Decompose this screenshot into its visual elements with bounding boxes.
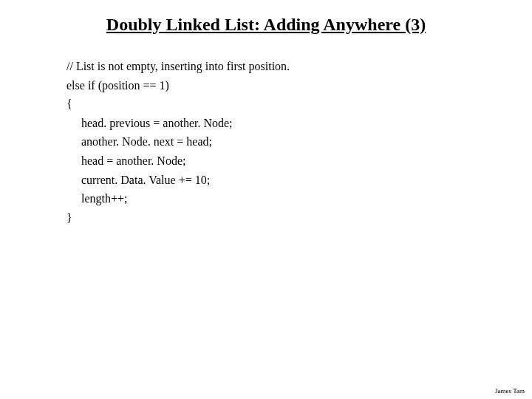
code-line: // List is not empty, inserting into fir… <box>66 57 466 76</box>
code-line: } <box>66 208 466 228</box>
code-block: // List is not empty, inserting into fir… <box>66 57 466 227</box>
slide-title: Doubly Linked List: Adding Anywhere (3) <box>66 15 466 35</box>
code-line: length++; <box>66 189 466 208</box>
footer-author: James Tam <box>495 387 525 395</box>
code-line: { <box>66 95 466 114</box>
code-line: head = another. Node; <box>66 151 466 171</box>
code-line: head. previous = another. Node; <box>66 114 466 133</box>
code-line: another. Node. next = head; <box>66 132 466 151</box>
code-line: else if (position == 1) <box>66 76 466 95</box>
code-line: current. Data. Value += 10; <box>66 171 466 190</box>
slide-content: Doubly Linked List: Adding Anywhere (3) … <box>0 0 532 227</box>
